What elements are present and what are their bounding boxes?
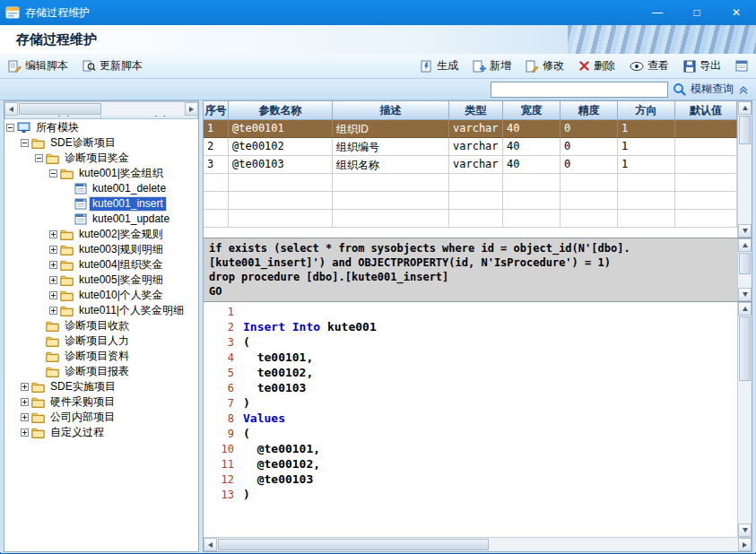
fuzzy-search-label[interactable]: 模糊查询 bbox=[691, 82, 734, 97]
column-header[interactable]: 精度 bbox=[560, 101, 618, 120]
scroll-right-button[interactable] bbox=[738, 538, 752, 551]
search-icon[interactable] bbox=[673, 82, 686, 96]
table-cell: 组织ID bbox=[333, 120, 449, 138]
column-header[interactable]: 默认值 bbox=[675, 101, 737, 120]
scroll-up-button[interactable] bbox=[738, 238, 752, 252]
table-cell: 0 bbox=[560, 120, 618, 138]
expand-toggle-icon[interactable] bbox=[49, 261, 57, 269]
tree-item[interactable]: kute005|奖金明细 bbox=[4, 273, 198, 288]
tree-item[interactable]: SDE诊断项目 bbox=[4, 135, 198, 151]
expand-toggle-icon[interactable] bbox=[49, 169, 57, 177]
scrollbar-thumb[interactable] bbox=[739, 316, 751, 381]
table-row[interactable]: 3@te00103组织名称varchar4001 bbox=[204, 156, 737, 174]
tree-item[interactable]: kute002|奖金规则 bbox=[4, 227, 198, 242]
table-row[interactable] bbox=[204, 192, 737, 210]
expand-toggle-icon[interactable] bbox=[49, 291, 57, 299]
tree-item-label: 自定义过程 bbox=[48, 426, 107, 439]
tree-item[interactable]: kute001_insert bbox=[4, 196, 198, 212]
table-cell: varchar bbox=[449, 120, 503, 138]
code-line: 8Values bbox=[204, 411, 737, 426]
tree-item[interactable]: 诊断项目资料 bbox=[4, 349, 198, 364]
view-button[interactable]: 查看 bbox=[627, 56, 672, 75]
scroll-left-button[interactable] bbox=[4, 102, 18, 116]
tree-item[interactable]: 诊断项目奖金 bbox=[4, 151, 198, 166]
code-editor[interactable]: 12Insert Into kute0013(4 te00101,5 te001… bbox=[204, 302, 752, 537]
tree-item[interactable]: kute001|奖金组织 bbox=[4, 166, 198, 181]
delete-button[interactable]: 删除 bbox=[576, 56, 618, 75]
modify-button[interactable]: 修改 bbox=[523, 56, 567, 75]
code-hscrollbar[interactable] bbox=[204, 537, 752, 551]
generate-button[interactable]: 生成 bbox=[417, 56, 461, 75]
sql-vscrollbar[interactable] bbox=[737, 238, 752, 301]
scroll-down-button[interactable] bbox=[738, 288, 752, 301]
scrollbar-thumb[interactable] bbox=[739, 253, 751, 274]
column-header[interactable]: 描述 bbox=[333, 101, 449, 120]
tree-item[interactable]: SDE实施项目 bbox=[4, 379, 198, 394]
tree-hscrollbar[interactable] bbox=[4, 101, 198, 116]
code-vscrollbar[interactable] bbox=[737, 302, 752, 537]
panel-view-button[interactable] bbox=[733, 58, 751, 74]
tree-item[interactable]: kute010|个人奖金 bbox=[4, 288, 198, 303]
tree-item[interactable]: 诊断项目收款 bbox=[4, 318, 198, 333]
column-header[interactable]: 类型 bbox=[449, 101, 503, 120]
scroll-up-button[interactable] bbox=[738, 302, 752, 316]
table-cell bbox=[449, 174, 503, 192]
export-button[interactable]: 导出 bbox=[681, 56, 724, 75]
expand-toggle-icon[interactable] bbox=[35, 154, 43, 162]
scroll-down-button[interactable] bbox=[738, 224, 752, 238]
scroll-right-button[interactable] bbox=[185, 102, 198, 116]
table-cell: @te00102 bbox=[229, 138, 333, 156]
scroll-up-button[interactable] bbox=[738, 101, 752, 115]
edit-script-button[interactable]: 编辑脚本 bbox=[5, 56, 71, 75]
column-header[interactable]: 方向 bbox=[618, 101, 675, 120]
expand-toggle-icon[interactable] bbox=[21, 398, 29, 406]
add-icon bbox=[473, 60, 486, 73]
tree-item[interactable]: 公司内部项目 bbox=[4, 410, 198, 425]
folder-icon bbox=[60, 305, 74, 316]
table-row[interactable] bbox=[204, 174, 737, 192]
column-header[interactable]: 宽度 bbox=[503, 101, 560, 120]
table-row[interactable]: 1@te00101组织IDvarchar4001 bbox=[204, 120, 737, 138]
tree-item[interactable]: kute003|规则明细 bbox=[4, 242, 198, 257]
expand-toggle-icon[interactable] bbox=[49, 276, 57, 284]
scroll-left-button[interactable] bbox=[204, 538, 217, 551]
header-decoration bbox=[568, 25, 756, 54]
scrollbar-thumb[interactable] bbox=[218, 539, 489, 550]
search-input[interactable] bbox=[491, 82, 668, 98]
tree-item[interactable]: kute001_update bbox=[4, 212, 198, 227]
line-number: 4 bbox=[204, 351, 243, 364]
tree-item[interactable]: 自定义过程 bbox=[4, 425, 198, 440]
maximize-button[interactable]: □ bbox=[677, 0, 717, 25]
minimize-button[interactable]: — bbox=[638, 0, 677, 25]
tree-item[interactable]: kute004|组织奖金 bbox=[4, 257, 198, 273]
table-row[interactable]: 2@te00102组织编号varchar4001 bbox=[204, 138, 737, 156]
expand-toggle-icon[interactable] bbox=[21, 413, 29, 421]
expand-toggle-icon[interactable] bbox=[21, 383, 29, 391]
code-line-text: @te00103 bbox=[243, 472, 313, 486]
scrollbar-thumb[interactable] bbox=[19, 103, 101, 115]
table-row[interactable] bbox=[204, 210, 737, 228]
expand-toggle-icon[interactable] bbox=[21, 428, 29, 437]
update-script-button[interactable]: 更新脚本 bbox=[80, 56, 145, 75]
expand-toggle-icon[interactable] bbox=[49, 307, 57, 315]
tree-item[interactable]: 诊断项目报表 bbox=[4, 364, 198, 379]
app-icon bbox=[5, 5, 20, 20]
column-header[interactable]: 参数名称 bbox=[229, 101, 333, 120]
column-header[interactable]: 序号 bbox=[204, 101, 229, 120]
expand-toggle-icon[interactable] bbox=[49, 230, 57, 238]
expand-toggle-icon[interactable] bbox=[6, 124, 14, 132]
expand-toggle-icon[interactable] bbox=[49, 246, 57, 254]
expand-toggle-icon[interactable] bbox=[21, 139, 29, 147]
tree-item[interactable]: 硬件采购项目 bbox=[4, 394, 198, 410]
collapse-chevron-icon[interactable] bbox=[738, 84, 749, 95]
tree-item[interactable]: kute011|个人奖金明细 bbox=[4, 303, 198, 318]
tree-item[interactable]: 所有模块 bbox=[4, 120, 198, 135]
tree-item-label: kute001_update bbox=[90, 212, 172, 226]
tree-item[interactable]: 诊断项目人力 bbox=[4, 333, 198, 349]
close-button[interactable]: ✕ bbox=[717, 0, 756, 25]
tree-item[interactable]: kute001_delete bbox=[4, 181, 198, 196]
table-vscrollbar[interactable] bbox=[737, 101, 752, 238]
add-button[interactable]: 新增 bbox=[470, 56, 514, 75]
scroll-down-button[interactable] bbox=[738, 524, 752, 537]
scrollbar-thumb[interactable] bbox=[739, 116, 751, 144]
